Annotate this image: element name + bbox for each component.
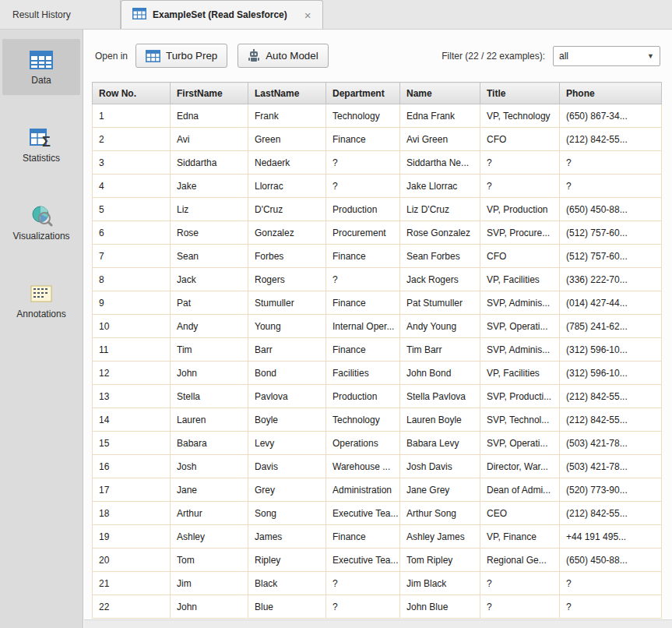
table-cell[interactable]: ?: [560, 595, 662, 619]
table-cell[interactable]: 21: [93, 572, 171, 595]
table-cell[interactable]: (212) 842-55...: [560, 502, 662, 525]
table-cell[interactable]: ?: [560, 175, 662, 198]
tab-exampleset[interactable]: ExampleSet (Read Salesforce) ×: [121, 0, 323, 29]
table-cell[interactable]: Bond: [248, 362, 326, 385]
table-cell[interactable]: Jack Rogers: [400, 268, 480, 291]
table-cell[interactable]: 15: [93, 432, 171, 455]
table-cell[interactable]: (312) 596-10...: [560, 338, 662, 362]
column-header-lastname[interactable]: LastName: [248, 83, 326, 104]
table-cell[interactable]: Internal Oper...: [326, 315, 400, 338]
table-cell[interactable]: John Blue: [400, 595, 480, 619]
table-cell[interactable]: Liz D'Cruz: [400, 198, 480, 221]
table-cell[interactable]: ?: [480, 572, 560, 595]
table-cell[interactable]: Nedaerk: [248, 151, 326, 175]
table-cell[interactable]: 19: [93, 525, 171, 549]
table-cell[interactable]: SVP, Adminis...: [480, 291, 560, 315]
table-cell[interactable]: SVP, Operati...: [480, 315, 560, 338]
column-header-row-no[interactable]: Row No.: [93, 83, 171, 104]
column-header-department[interactable]: Department: [326, 83, 400, 104]
table-cell[interactable]: ?: [480, 595, 560, 619]
table-cell[interactable]: 4: [93, 175, 171, 198]
table-cell[interactable]: 22: [93, 595, 171, 619]
table-cell[interactable]: ?: [560, 151, 662, 175]
table-cell[interactable]: (520) 773-90...: [560, 478, 662, 502]
table-cell[interactable]: Forbes: [248, 245, 326, 268]
sidebar-item-annotations[interactable]: Annotations: [2, 273, 80, 329]
table-cell[interactable]: 1: [93, 104, 171, 128]
table-cell[interactable]: Facilities: [326, 362, 400, 385]
table-cell[interactable]: Black: [248, 572, 326, 595]
table-cell[interactable]: SVP, Adminis...: [480, 338, 560, 362]
table-cell[interactable]: Edna Frank: [400, 104, 480, 128]
table-cell[interactable]: 14: [93, 408, 171, 432]
table-cell[interactable]: 18: [93, 502, 171, 525]
table-cell[interactable]: Barr: [248, 338, 326, 362]
table-cell[interactable]: Boyle: [248, 408, 326, 432]
table-cell[interactable]: ?: [480, 175, 560, 198]
table-cell[interactable]: 6: [93, 221, 171, 245]
table-cell[interactable]: (785) 241-62...: [560, 315, 662, 338]
table-cell[interactable]: (212) 842-55...: [560, 385, 662, 408]
table-cell[interactable]: Regional Ge...: [480, 549, 560, 572]
table-cell[interactable]: Jim Black: [400, 572, 480, 595]
table-cell[interactable]: (503) 421-78...: [560, 455, 662, 478]
table-row[interactable]: 17JaneGreyAdministrationJane GreyDean of…: [93, 478, 662, 502]
table-cell[interactable]: VP, Production: [480, 198, 560, 221]
table-cell[interactable]: (212) 842-55...: [560, 128, 662, 151]
table-cell[interactable]: Tom: [171, 549, 248, 572]
table-cell[interactable]: Tim: [171, 338, 248, 362]
table-cell[interactable]: ?: [326, 595, 400, 619]
table-row[interactable]: 1EdnaFrankTechnologyEdna FrankVP, Techno…: [93, 104, 662, 128]
table-cell[interactable]: Jake Llorrac: [400, 175, 480, 198]
table-cell[interactable]: Andy Young: [400, 315, 480, 338]
table-cell[interactable]: John Bond: [400, 362, 480, 385]
table-cell[interactable]: ?: [326, 151, 400, 175]
table-row[interactable]: 12JohnBondFacilitiesJohn BondVP, Facilit…: [93, 362, 662, 385]
table-cell[interactable]: Lauren Boyle: [400, 408, 480, 432]
table-cell[interactable]: Pavlova: [248, 385, 326, 408]
table-cell[interactable]: Blue: [248, 595, 326, 619]
table-cell[interactable]: Tim Barr: [400, 338, 480, 362]
table-cell[interactable]: 5: [93, 198, 171, 221]
table-cell[interactable]: Frank: [248, 104, 326, 128]
table-row[interactable]: 8JackRogers?Jack RogersVP, Facilities(33…: [93, 268, 662, 291]
table-cell[interactable]: Jake: [171, 175, 248, 198]
table-cell[interactable]: 16: [93, 455, 171, 478]
table-cell[interactable]: ?: [326, 268, 400, 291]
table-cell[interactable]: Ashley James: [400, 525, 480, 549]
table-cell[interactable]: Rose: [171, 221, 248, 245]
table-cell[interactable]: Lauren: [171, 408, 248, 432]
sidebar-item-data[interactable]: Data: [2, 39, 80, 95]
table-cell[interactable]: (212) 842-55...: [560, 408, 662, 432]
table-cell[interactable]: Babara Levy: [400, 432, 480, 455]
table-cell[interactable]: Andy: [171, 315, 248, 338]
table-cell[interactable]: Rogers: [248, 268, 326, 291]
table-cell[interactable]: Arthur Song: [400, 502, 480, 525]
table-cell[interactable]: (014) 427-44...: [560, 291, 662, 315]
tab-result-history[interactable]: Result History: [0, 0, 121, 29]
table-cell[interactable]: 9: [93, 291, 171, 315]
table-cell[interactable]: ?: [326, 175, 400, 198]
table-cell[interactable]: Levy: [248, 432, 326, 455]
table-row[interactable]: 9PatStumullerFinancePat StumullerSVP, Ad…: [93, 291, 662, 315]
table-row[interactable]: 4JakeLlorrac?Jake Llorrac??: [93, 175, 662, 198]
table-row[interactable]: 2AviGreenFinanceAvi GreenCFO(212) 842-55…: [93, 128, 662, 151]
table-cell[interactable]: CEO: [480, 502, 560, 525]
table-cell[interactable]: Stella: [171, 385, 248, 408]
table-cell[interactable]: Operations: [326, 432, 400, 455]
table-row[interactable]: 14LaurenBoyleTechnologyLauren BoyleSVP, …: [93, 408, 662, 432]
table-cell[interactable]: ?: [560, 572, 662, 595]
table-cell[interactable]: Sean Forbes: [400, 245, 480, 268]
table-cell[interactable]: Babara: [171, 432, 248, 455]
table-cell[interactable]: (312) 596-10...: [560, 362, 662, 385]
table-row[interactable]: 3SiddarthaNedaerk?Siddartha Ne...??: [93, 151, 662, 175]
column-header-title[interactable]: Title: [480, 83, 560, 104]
table-cell[interactable]: (503) 421-78...: [560, 432, 662, 455]
table-cell[interactable]: 11: [93, 338, 171, 362]
table-cell[interactable]: John: [171, 362, 248, 385]
table-cell[interactable]: Pat: [171, 291, 248, 315]
table-cell[interactable]: Technology: [326, 104, 400, 128]
table-cell[interactable]: Production: [326, 198, 400, 221]
column-header-name[interactable]: Name: [400, 83, 480, 104]
table-cell[interactable]: Stumuller: [248, 291, 326, 315]
